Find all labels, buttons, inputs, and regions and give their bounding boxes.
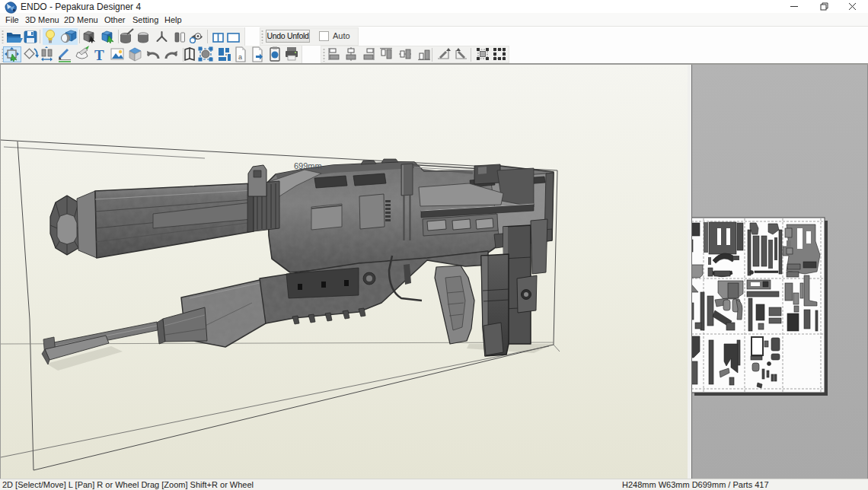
svg-text:T: T bbox=[94, 47, 104, 63]
svg-text:a: a bbox=[238, 53, 242, 61]
svg-text:699mm: 699mm bbox=[294, 161, 322, 170]
